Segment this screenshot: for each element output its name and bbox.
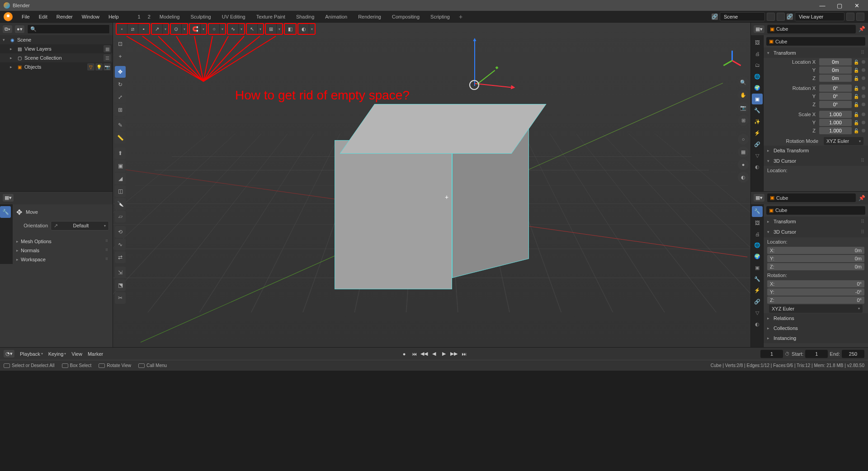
lock-icon[interactable]: 🔓 [854, 94, 860, 99]
tool-spin[interactable]: ⟲ [115, 226, 126, 238]
visibility-group[interactable]: ∿▾ [227, 23, 245, 35]
prop-tab-material-2[interactable]: ◐ [752, 319, 763, 330]
keyframe-dot[interactable] [862, 113, 865, 116]
prop-tab-tool[interactable]: 🔧 [752, 206, 763, 217]
start-frame-field[interactable]: 1 [805, 350, 828, 358]
keyframe-dot[interactable] [862, 86, 865, 90]
cursor-rotation-mode[interactable]: XYZ Euler▾ [769, 305, 863, 313]
proportional-dropdown[interactable]: ▾ [220, 24, 225, 34]
vertex-mode-button[interactable]: ▫ [117, 24, 127, 34]
tool-measure[interactable]: 📏 [115, 132, 126, 144]
prop-tab-mesh[interactable]: ▽ [752, 150, 763, 161]
workspace-tab-uvediting[interactable]: UV Editing [217, 11, 251, 22]
prop-tab-world-2[interactable]: 🌍 [752, 251, 763, 262]
outliner-editor-type[interactable]: ⧉▾ [3, 25, 12, 33]
pivot-group[interactable]: ⊙▾ [170, 23, 188, 35]
end-frame-field[interactable]: 250 [842, 350, 864, 358]
tool-transform[interactable]: ⊞ [115, 104, 126, 116]
autokey-button[interactable]: ● [400, 349, 409, 358]
timeline-keying-menu[interactable]: Keying ▾ [48, 351, 66, 357]
tool-tab-active[interactable]: 🔧 [0, 206, 11, 218]
scene-browse-icon[interactable]: 🔗 [712, 14, 718, 20]
rendered-shading-button[interactable]: ◐ [738, 172, 749, 183]
cursor-x-field[interactable]: X:0m [767, 247, 864, 254]
jump-end-button[interactable]: ⏭ [459, 349, 468, 358]
expand-icon[interactable]: ▾ [3, 38, 7, 42]
3d-cursor-panel-2[interactable]: ▾3D Cursor⠿ [764, 227, 868, 237]
current-frame-field[interactable]: 1 [760, 350, 783, 358]
overlay-dropdown[interactable]: ▾ [277, 24, 282, 34]
render-icon[interactable]: ▦ [104, 45, 111, 52]
tool-move[interactable]: ✥ [115, 66, 126, 78]
expand-icon[interactable]: ▸ [10, 47, 14, 51]
cursor-rot-x-field[interactable]: X:0° [767, 280, 864, 287]
scale-z-field[interactable]: 1.000 [819, 127, 852, 134]
gizmo-center[interactable] [469, 80, 479, 90]
proportional-button[interactable]: ○ [209, 24, 220, 34]
timeline-marker-menu[interactable]: Marker [88, 351, 103, 357]
next-keyframe-button[interactable]: ▶▶ [449, 349, 458, 358]
scene-name-field[interactable]: Scene [720, 12, 765, 21]
face-mode-button[interactable]: ▪ [138, 24, 149, 34]
tool-inset[interactable]: ▣ [115, 160, 126, 172]
tool-select[interactable]: ⊡ [115, 38, 126, 50]
tool-edgeslide[interactable]: ⇄ [115, 251, 126, 263]
rotation-x-field[interactable]: 0° [819, 85, 852, 92]
gizmo-dropdown[interactable]: ▾ [258, 24, 263, 34]
gizmo-button[interactable]: ↖ [247, 24, 258, 34]
rotation-mode-dropdown[interactable]: XYZ Euler▾ [824, 137, 863, 145]
timeline-editor-type[interactable]: ◔▾ [4, 350, 14, 358]
location-x-field[interactable]: 0m [819, 58, 852, 66]
transform-panel-2[interactable]: ▸Transform⠿ [764, 217, 868, 227]
cursor-y-field[interactable]: Y:0m [767, 255, 864, 262]
lock-icon[interactable]: 🔓 [854, 128, 860, 133]
prop-tab-mesh-2[interactable]: ▽ [752, 308, 763, 319]
prop-tab-constraint[interactable]: 🔗 [752, 139, 763, 150]
lock-icon[interactable]: 🔓 [854, 76, 860, 81]
prop-tab-physics[interactable]: ⚡ [752, 127, 763, 138]
rotation-y-field[interactable]: 0° [819, 93, 852, 100]
menu-file[interactable]: File [17, 12, 34, 21]
tool-annotate[interactable]: ✎ [115, 119, 126, 131]
orientation-dropdown[interactable]: ↗ Default ▾ [51, 221, 109, 231]
tool-loopcut[interactable]: ◫ [115, 185, 126, 197]
maximize-button[interactable]: ▢ [835, 2, 844, 9]
gizmo-x-axis[interactable] [475, 83, 511, 88]
prop-tab-modifier[interactable]: 🔧 [752, 105, 763, 116]
keyframe-dot[interactable] [862, 121, 865, 124]
menu-render[interactable]: Render [52, 12, 77, 21]
scale-x-field[interactable]: 1.000 [819, 111, 852, 118]
overlay-button[interactable]: ⊞ [266, 24, 277, 34]
timeline-view-menu[interactable]: View [71, 351, 82, 357]
tool-bevel[interactable]: ◢ [115, 173, 126, 184]
workspace-tab-compositing[interactable]: Compositing [387, 11, 425, 22]
keyframe-dot[interactable] [862, 68, 865, 72]
tool-knife[interactable]: 🔪 [115, 198, 126, 210]
lock-icon[interactable]: 🔓 [854, 112, 860, 117]
workspace-add-button[interactable]: + [455, 11, 466, 22]
scale-y-field[interactable]: 1.000 [819, 119, 852, 126]
rotation-z-field[interactable]: 0° [819, 101, 852, 108]
properties-breadcrumb-2[interactable]: ▣ Cube [767, 193, 856, 202]
tool-rotate[interactable]: ↻ [115, 79, 126, 90]
cursor-rot-y-field[interactable]: Y:-0° [767, 288, 864, 296]
light-icon[interactable]: 💡 [95, 63, 103, 71]
workspace-tab-modeling[interactable]: Modeling [154, 11, 185, 22]
nav-x-axis[interactable] [732, 60, 741, 66]
lock-icon[interactable]: 🔓 [854, 86, 860, 91]
prop-tab-particle[interactable]: ✨ [752, 116, 763, 127]
gizmo-y-axis[interactable] [477, 70, 495, 85]
lock-icon[interactable]: 🔓 [854, 120, 860, 125]
nav-y-axis[interactable] [723, 60, 733, 66]
instancing-panel[interactable]: ▸Instancing [764, 333, 868, 343]
prop-tab-scene[interactable]: 🌐 [752, 71, 763, 82]
play-reverse-button[interactable]: ◀ [429, 349, 439, 358]
solid-shading-button[interactable]: ▦ [738, 146, 749, 157]
viewlayer-name-field[interactable]: View Layer [795, 12, 844, 21]
prop-tab-output[interactable]: 🖨 [752, 48, 763, 59]
properties-editor-type-2[interactable]: ▦▾ [754, 194, 764, 202]
viewlayer-browse-icon[interactable]: 🔗 [787, 14, 793, 20]
3d-viewport[interactable]: ▫ ⧄ ▪ ↗▾ ⊙▾ 🧲▾ ○▾ ∿▾ [113, 23, 750, 347]
object-name-field-2[interactable]: ▣ Cube [766, 206, 865, 215]
workspace-tab-2[interactable]: 2 [144, 11, 154, 22]
